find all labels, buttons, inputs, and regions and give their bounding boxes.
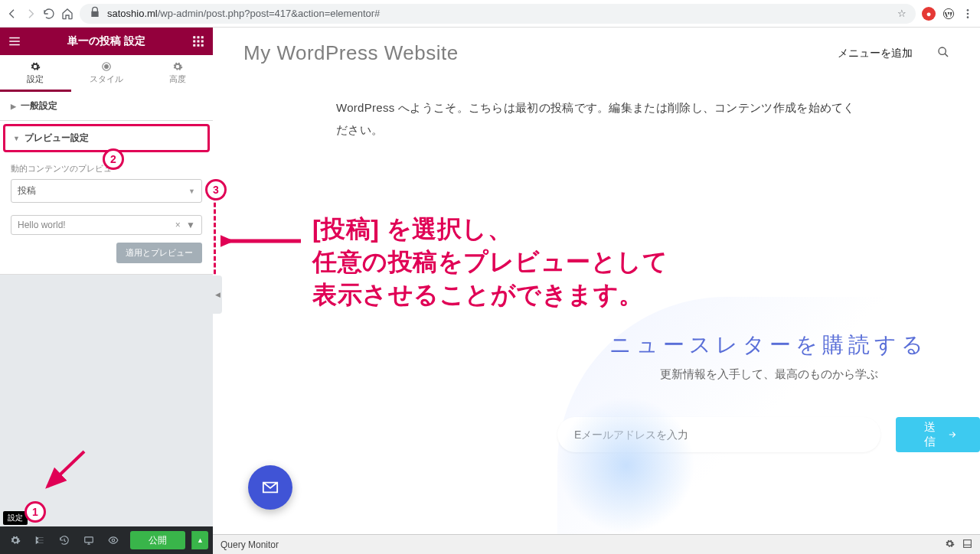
newsletter-form: 送信 [557, 417, 980, 452]
contact-fab[interactable] [248, 465, 292, 510]
chevron-right-icon: ▶ [11, 103, 16, 110]
svg-point-2 [967, 12, 969, 15]
svg-point-14 [105, 65, 109, 69]
preview-canvas: My WordPress Website メニューを追加 WordPress へ… [213, 28, 980, 534]
tab-settings[interactable]: 設定 [0, 55, 71, 92]
settings-tooltip: 設定 [3, 511, 28, 525]
svg-rect-11 [198, 44, 200, 47]
preview-label: 動的コンテンツのプレビュー [11, 163, 202, 174]
sidebar-title: 単一の投稿 設定 [21, 34, 191, 48]
extension-icon[interactable]: ● [922, 7, 936, 21]
newsletter-heading: ニュースレターを購読する [557, 331, 980, 360]
chevron-down-icon: ▼ [186, 220, 195, 230]
publish-options-icon[interactable]: ▲ [191, 531, 208, 549]
url-path: /wp-admin/post.php?post=417&action=eleme… [158, 8, 381, 19]
widgets-grid-icon[interactable] [191, 34, 205, 48]
reload-icon[interactable] [43, 8, 55, 20]
chevron-down-icon: ▼ [188, 187, 195, 195]
svg-rect-15 [85, 537, 93, 543]
svg-rect-10 [193, 44, 195, 47]
gear-icon [172, 61, 183, 72]
expand-icon[interactable] [962, 539, 972, 551]
add-menu-link[interactable]: メニューを追加 [838, 47, 913, 60]
apply-preview-button[interactable]: 適用とプレビュー [116, 243, 202, 263]
query-monitor-label: Query Monitor [220, 539, 279, 550]
section-general: ▶ 一般設定 [0, 92, 213, 121]
sidebar-footer: 公開 ▲ [0, 526, 213, 554]
svg-rect-12 [201, 44, 204, 47]
browser-toolbar: satoshio.ml/wp-admin/post.php?post=417&a… [0, 0, 980, 28]
nav-back-icon[interactable] [6, 8, 18, 20]
site-nav: メニューを追加 [838, 46, 949, 61]
svg-rect-5 [198, 36, 200, 38]
publish-button[interactable]: 公開 [130, 531, 185, 549]
gear-icon [30, 61, 41, 72]
site-title: My WordPress Website [243, 41, 459, 65]
preview-eye-icon[interactable] [103, 530, 124, 551]
responsive-icon[interactable] [78, 530, 100, 551]
wordpress-icon[interactable] [942, 7, 956, 21]
svg-point-17 [939, 47, 946, 54]
elementor-sidebar: 単一の投稿 設定 設定 スタイル 高度 ▶ 一般設定 ▼ プレビュー設定 動的コ… [0, 28, 213, 554]
section-preview-header[interactable]: ▼ プレビュー設定 [3, 124, 210, 152]
subscribe-button[interactable]: 送信 [896, 417, 980, 452]
post-select-input[interactable]: Hello world! × ▼ [11, 215, 202, 235]
svg-point-3 [967, 16, 969, 18]
post-type-dropdown[interactable]: 投稿 ▼ [11, 179, 202, 203]
tab-advanced[interactable]: 高度 [142, 55, 213, 92]
address-bar[interactable]: satoshio.ml/wp-admin/post.php?post=417&a… [80, 4, 916, 24]
tab-style[interactable]: スタイル [71, 55, 142, 92]
svg-rect-18 [964, 539, 972, 547]
hamburger-icon[interactable] [8, 34, 21, 48]
envelope-icon [262, 479, 279, 496]
browser-menu-icon[interactable] [962, 8, 974, 20]
collapse-sidebar-icon[interactable]: ◀ [213, 275, 222, 314]
svg-point-1 [967, 9, 969, 11]
navigator-icon[interactable] [29, 530, 51, 551]
nav-forward-icon[interactable] [24, 8, 37, 20]
style-icon [101, 61, 112, 72]
sidebar-tabs: 設定 スタイル 高度 [0, 55, 213, 92]
svg-rect-4 [193, 36, 195, 38]
clear-icon[interactable]: × [175, 220, 181, 230]
history-icon[interactable] [54, 530, 75, 551]
svg-rect-7 [193, 41, 195, 43]
svg-rect-8 [198, 41, 200, 43]
section-preview: ▼ プレビュー設定 動的コンテンツのプレビュー 投稿 ▼ Hello world… [0, 121, 213, 275]
arrow-right-icon [947, 429, 957, 440]
gear-icon[interactable] [945, 539, 955, 551]
site-header: My WordPress Website メニューを追加 [213, 28, 980, 79]
email-field[interactable] [557, 417, 880, 452]
lock-icon [89, 6, 101, 21]
section-general-header[interactable]: ▶ 一般設定 [0, 92, 213, 120]
newsletter-subtext: 更新情報を入手して、最高のものから学ぶ [557, 367, 980, 382]
preview-settings-body: 動的コンテンツのプレビュー 投稿 ▼ Hello world! × ▼ 適用とプ… [0, 155, 213, 274]
svg-rect-9 [201, 41, 204, 43]
svg-point-16 [112, 539, 115, 542]
chevron-down-icon: ▼ [13, 135, 20, 142]
post-content: WordPress へようこそ。こちらは最初の投稿です。編集または削除し、コンテ… [321, 97, 872, 141]
page-settings-icon[interactable] [5, 530, 26, 551]
bookmark-star-icon[interactable]: ☆ [897, 8, 906, 19]
sidebar-header: 単一の投稿 設定 [0, 28, 213, 55]
search-icon[interactable] [937, 46, 949, 61]
newsletter-section: ニュースレターを購読する 更新情報を入手して、最高のものから学ぶ 送信 [557, 297, 980, 534]
url-host: satoshio.ml [107, 8, 158, 19]
home-icon[interactable] [61, 8, 74, 20]
svg-rect-6 [201, 36, 204, 38]
query-monitor-bar[interactable]: Query Monitor [213, 534, 980, 554]
